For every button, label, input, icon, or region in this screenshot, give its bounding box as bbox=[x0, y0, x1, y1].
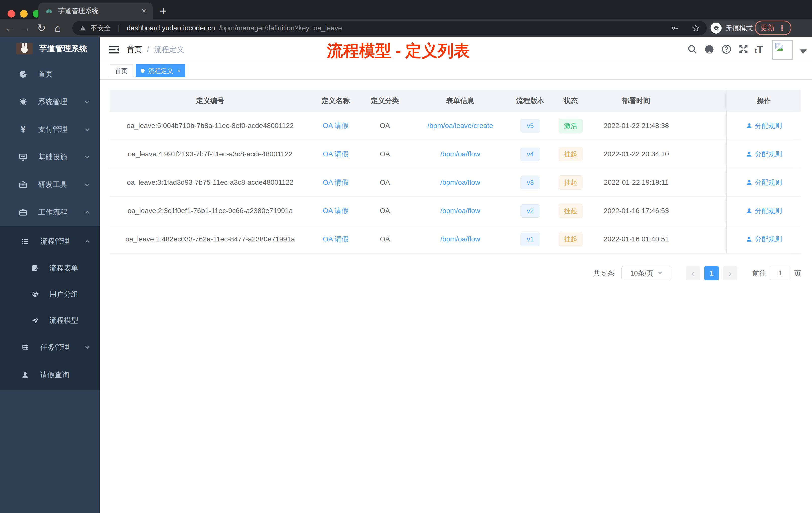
definition-name-link[interactable]: OA 请假 bbox=[323, 207, 349, 215]
github-icon[interactable] bbox=[704, 44, 715, 55]
sidebar-item-task-management[interactable]: 任务管理 bbox=[0, 334, 100, 361]
yen-icon: ¥ bbox=[18, 125, 28, 134]
current-page-button[interactable]: 1 bbox=[704, 266, 719, 280]
sidebar: 芋道管理系统 首页 系统管理 ¥ 支付管理 bbox=[0, 37, 100, 513]
tag-home[interactable]: 首页 bbox=[110, 64, 133, 77]
url-host: dashboard.yudao.iocoder.cn bbox=[127, 24, 215, 32]
goto-page-input[interactable] bbox=[770, 266, 790, 280]
toolbox-icon bbox=[18, 180, 28, 189]
form-link[interactable]: /bpm/oa/flow bbox=[440, 178, 480, 186]
address-bar[interactable]: 不安全 | dashboard.yudao.iocoder.cn/bpm/man… bbox=[72, 21, 707, 35]
tab-close-icon[interactable]: × bbox=[142, 7, 146, 14]
sidebar-item-devtools[interactable]: 研发工具 bbox=[0, 171, 100, 199]
fullscreen-icon[interactable] bbox=[738, 44, 749, 55]
not-secure-label[interactable]: 不安全 bbox=[90, 24, 111, 33]
sidebar-item-process-management[interactable]: 流程管理 bbox=[0, 228, 100, 255]
definition-name-link[interactable]: OA 请假 bbox=[323, 178, 349, 186]
back-icon[interactable]: ← bbox=[3, 19, 17, 37]
col-header-version: 流程版本 bbox=[512, 96, 549, 105]
sidebar-item-label: 用户分组 bbox=[49, 290, 78, 299]
form-link[interactable]: /bpm/oa/flow bbox=[440, 207, 480, 215]
sidebar-item-workflow[interactable]: 工作流程 bbox=[0, 199, 100, 226]
key-icon[interactable] bbox=[671, 24, 679, 32]
status-badge: 挂起 bbox=[559, 147, 582, 161]
assign-rule-link[interactable]: 分配规则 bbox=[746, 150, 782, 159]
version-badge: v1 bbox=[521, 233, 540, 246]
assign-rule-link[interactable]: 分配规则 bbox=[746, 235, 782, 244]
form-link[interactable]: /bpm/oa/leave/create bbox=[427, 122, 493, 129]
table-row: oa_leave:3:1fad3d93-7b75-11ec-a3c8-acde4… bbox=[110, 169, 801, 197]
sidebar-item-payment[interactable]: ¥ 支付管理 bbox=[0, 116, 100, 143]
col-header-form: 表单信息 bbox=[409, 96, 512, 105]
version-badge: v5 bbox=[521, 119, 540, 132]
chevron-down-icon bbox=[84, 154, 91, 161]
sidebar-item-process-form[interactable]: 流程表单 bbox=[0, 255, 100, 281]
table-row: oa_leave:4:991f2193-7b7f-11ec-a3c8-acde4… bbox=[110, 140, 801, 169]
breadcrumb: 首页 / 流程定义 bbox=[127, 37, 184, 62]
sidebar-collapse-icon[interactable] bbox=[108, 44, 120, 56]
minimize-window-button[interactable] bbox=[20, 10, 28, 18]
url-path: /bpm/manager/definition?key=oa_leave bbox=[219, 24, 342, 32]
pagination-total: 共 5 条 bbox=[593, 269, 614, 278]
new-tab-button[interactable]: + bbox=[160, 4, 167, 18]
status-badge: 挂起 bbox=[559, 175, 582, 190]
assign-rule-link[interactable]: 分配规则 bbox=[746, 121, 782, 130]
prev-page-button[interactable]: ‹ bbox=[686, 266, 700, 280]
definition-name-link[interactable]: OA 请假 bbox=[323, 150, 349, 158]
dashboard-icon bbox=[18, 70, 28, 79]
sidebar-item-leave-query[interactable]: 请假查询 bbox=[0, 361, 100, 389]
status-badge: 挂起 bbox=[559, 232, 582, 246]
help-icon[interactable] bbox=[721, 44, 732, 55]
sidebar-item-label: 研发工具 bbox=[38, 180, 67, 190]
sidebar-item-infrastructure[interactable]: 基础设施 bbox=[0, 143, 100, 171]
sidebar-item-user-group[interactable]: 用户分组 bbox=[0, 281, 100, 307]
font-size-icon[interactable]: tT bbox=[755, 44, 763, 55]
browser-tab-strip: 芋道管理系统 × + bbox=[0, 0, 812, 19]
sidebar-item-system[interactable]: 系统管理 bbox=[0, 88, 100, 116]
table-header-row: 定义编号 定义名称 定义分类 表单信息 流程版本 状态 部署时间 操作 bbox=[110, 90, 801, 112]
briefcase-icon bbox=[18, 208, 28, 217]
sidebar-item-label: 请假查询 bbox=[40, 370, 69, 380]
sidebar-item-label: 基础设施 bbox=[38, 152, 67, 162]
search-icon[interactable] bbox=[687, 44, 697, 55]
avatar-caret-down-icon[interactable] bbox=[800, 50, 807, 54]
avatar[interactable] bbox=[772, 40, 793, 60]
close-window-button[interactable] bbox=[7, 10, 15, 18]
table-row: oa_leave:5:004b710b-7b8a-11ec-8ef0-acde4… bbox=[110, 112, 801, 140]
broken-image-icon bbox=[774, 42, 784, 52]
forward-icon[interactable]: → bbox=[18, 19, 32, 37]
pagination: 共 5 条 10条/页 ‹ 1 › 前往 页 bbox=[593, 266, 801, 280]
form-link[interactable]: /bpm/oa/flow bbox=[440, 235, 480, 243]
sidebar-item-process-model[interactable]: 流程模型 bbox=[0, 307, 100, 334]
breadcrumb-home[interactable]: 首页 bbox=[127, 44, 142, 55]
annotation-title: 流程模型 - 定义列表 bbox=[327, 40, 470, 62]
sidebar-item-label: 首页 bbox=[38, 69, 53, 79]
sidebar-logo[interactable]: 芋道管理系统 bbox=[0, 37, 100, 60]
traffic-lights bbox=[7, 10, 40, 18]
chevron-down-icon bbox=[84, 126, 91, 133]
goto-unit-label: 页 bbox=[794, 269, 801, 278]
browser-tab[interactable]: 芋道管理系统 × bbox=[38, 2, 153, 19]
page-size-select[interactable]: 10条/页 bbox=[621, 266, 671, 280]
tags-view-bar: 首页 流程定义 × bbox=[100, 62, 812, 80]
assign-rule-link[interactable]: 分配规则 bbox=[746, 206, 782, 215]
select-caret-icon bbox=[658, 272, 662, 275]
update-button[interactable]: 更新 ⋮ bbox=[755, 21, 791, 35]
sidebar-item-home[interactable]: 首页 bbox=[0, 60, 100, 88]
assign-rule-link[interactable]: 分配规则 bbox=[746, 178, 782, 187]
form-link[interactable]: /bpm/oa/flow bbox=[440, 150, 480, 158]
next-page-button[interactable]: › bbox=[723, 266, 737, 280]
definition-name-link[interactable]: OA 请假 bbox=[323, 235, 349, 243]
bookmark-star-icon[interactable] bbox=[692, 24, 700, 32]
home-icon[interactable]: ⌂ bbox=[51, 19, 65, 37]
tag-close-icon[interactable]: × bbox=[177, 67, 180, 74]
tag-process-definition[interactable]: 流程定义 × bbox=[136, 64, 185, 77]
col-header-status: 状态 bbox=[549, 96, 592, 105]
user-group-icon bbox=[30, 290, 40, 299]
incognito-label: 无痕模式 bbox=[726, 24, 753, 33]
browser-menu-dots-icon[interactable]: ⋮ bbox=[778, 24, 786, 32]
definition-name-link[interactable]: OA 请假 bbox=[323, 122, 349, 129]
chevron-down-icon bbox=[84, 181, 91, 188]
logo-rabbit-image bbox=[16, 43, 33, 55]
reload-icon[interactable]: ↻ bbox=[34, 19, 49, 37]
